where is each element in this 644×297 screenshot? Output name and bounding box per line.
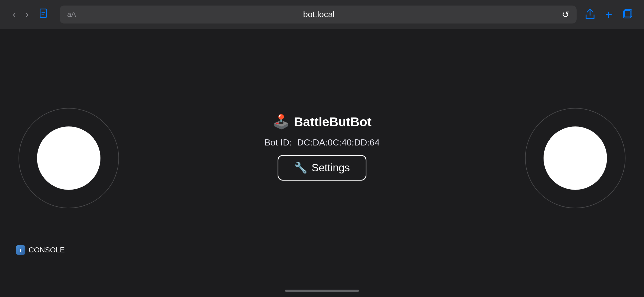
center-info: 🕹️ BattleButBot Bot ID: DC:DA:0C:40:DD:6… xyxy=(264,114,380,181)
bot-id-label: Bot ID: xyxy=(264,137,292,148)
page-content: 🕹️ BattleButBot Bot ID: DC:DA:0C:40:DD:6… xyxy=(0,29,644,297)
add-tab-button[interactable]: + xyxy=(605,8,612,21)
bot-name: BattleButBot xyxy=(294,115,371,129)
right-joystick[interactable] xyxy=(525,108,625,208)
address-bar[interactable]: aA bot.local ↺ xyxy=(60,6,577,23)
left-joystick[interactable] xyxy=(19,108,119,208)
tabs-button[interactable] xyxy=(622,8,633,21)
bot-id-value: DC:DA:0C:40:DD:64 xyxy=(297,137,380,148)
console-text: CONSOLE xyxy=(29,246,65,254)
settings-button[interactable]: 🔧 Settings xyxy=(278,155,367,181)
bot-id-row: Bot ID: DC:DA:0C:40:DD:64 xyxy=(264,137,380,148)
right-joystick-outer xyxy=(525,108,625,208)
bot-title: 🕹️ BattleButBot xyxy=(273,114,371,130)
left-joystick-outer xyxy=(19,108,119,208)
console-icon: i xyxy=(16,245,25,255)
bookmarks-button[interactable] xyxy=(36,6,52,22)
nav-buttons: ‹ › xyxy=(11,6,52,22)
share-button[interactable] xyxy=(585,7,596,22)
right-joystick-inner xyxy=(544,126,607,190)
browser-chrome: ‹ › aA bot.local ↺ + xyxy=(0,0,644,29)
home-indicator xyxy=(285,290,359,292)
console-label[interactable]: i CONSOLE xyxy=(16,245,65,255)
url-display: bot.local xyxy=(81,10,556,19)
toolbar-right: + xyxy=(585,7,633,22)
back-button[interactable]: ‹ xyxy=(11,9,18,20)
settings-emoji: 🔧 xyxy=(294,162,307,174)
reload-button[interactable]: ↺ xyxy=(562,9,569,20)
settings-label: Settings xyxy=(312,162,350,174)
text-size-indicator: aA xyxy=(67,10,76,19)
bot-emoji: 🕹️ xyxy=(273,114,290,130)
forward-button[interactable]: › xyxy=(23,9,31,20)
left-joystick-inner xyxy=(37,126,100,190)
